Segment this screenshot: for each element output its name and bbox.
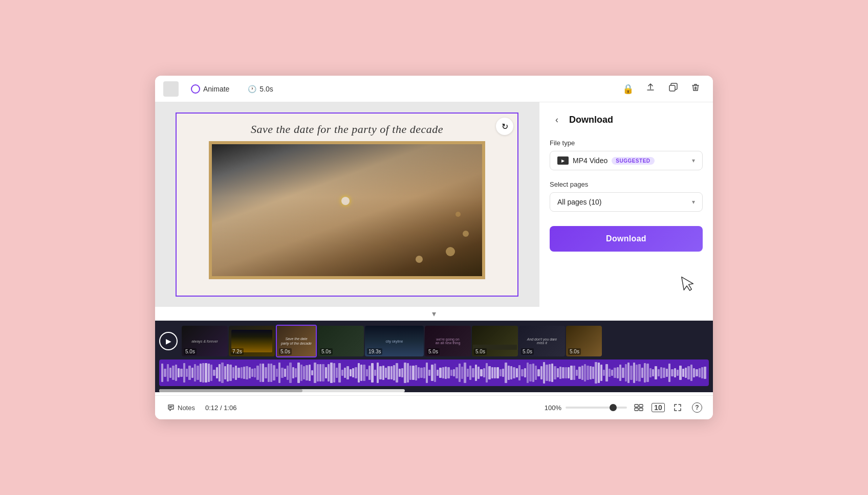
duration-label: 5.0s xyxy=(259,85,273,93)
canvas-area: Save the date for the party of the decad… xyxy=(155,102,539,307)
thumb-8-label: 5.0s xyxy=(521,348,534,355)
select-pages-select[interactable]: All pages (10) ▾ xyxy=(550,192,703,212)
top-bar-left: Animate 🕐 5.0s xyxy=(163,81,611,97)
time-total: 1:06 xyxy=(224,404,236,412)
share-icon xyxy=(646,83,655,95)
back-icon: ‹ xyxy=(555,115,558,125)
panel-header: ‹ Download xyxy=(550,112,703,127)
select-pages-select-left: All pages (10) xyxy=(557,198,601,206)
thumbnail-1[interactable]: always & forever 5.0s xyxy=(182,326,228,356)
file-type-select[interactable]: MP4 Video SUGGESTED ▾ xyxy=(550,151,703,170)
lock-icon: 🔒 xyxy=(622,83,634,95)
canvas-title: Save the date for the party of the decad… xyxy=(177,114,517,141)
animate-icon xyxy=(191,84,200,94)
trash-button[interactable] xyxy=(686,80,705,98)
grid-button[interactable] xyxy=(631,400,646,415)
notes-button[interactable]: Notes xyxy=(163,402,199,414)
play-icon: ▶ xyxy=(166,337,171,345)
thumbnail-6[interactable]: we're going onan all new thing 5.0s xyxy=(425,326,471,356)
play-button[interactable]: ▶ xyxy=(159,332,178,350)
lock-button[interactable]: 🔒 xyxy=(619,80,637,98)
svg-rect-0 xyxy=(669,85,675,91)
back-button[interactable]: ‹ xyxy=(550,112,564,127)
trash-icon xyxy=(691,83,700,95)
select-pages-label: Select pages xyxy=(550,181,703,188)
pages-count-icon: 10 xyxy=(652,403,665,412)
thumb-7-label: 5.0s xyxy=(474,348,487,355)
clock-icon: 🕐 xyxy=(248,85,256,93)
help-icon: ? xyxy=(692,402,702,413)
panel-title: Download xyxy=(569,115,613,125)
thumbnails-row: ▶ always & forever 5.0s 7.2s xyxy=(155,321,713,359)
waveform-container[interactable] xyxy=(159,359,709,386)
thumb-6-label: 5.0s xyxy=(427,348,440,355)
zoom-thumb[interactable] xyxy=(610,404,617,411)
file-type-label: File type xyxy=(550,139,703,147)
chevron-down-icon-2: ▾ xyxy=(692,198,695,206)
animate-label: Animate xyxy=(203,85,229,93)
chevron-down-indicator: ▾ xyxy=(432,309,436,319)
canvas-frame: Save the date for the party of the decad… xyxy=(176,112,518,297)
thumb-4-label: 5.0s xyxy=(320,348,333,355)
download-button[interactable]: Download xyxy=(550,226,703,252)
refresh-icon: ↻ xyxy=(502,122,508,131)
svg-rect-2 xyxy=(639,404,643,407)
notes-label: Notes xyxy=(178,404,195,412)
copy-icon xyxy=(668,83,678,95)
zoom-slider[interactable] xyxy=(566,407,627,409)
mp4-icon xyxy=(557,156,569,165)
time-display: 0:12 / 1:06 xyxy=(205,404,236,412)
select-pages-value: All pages (10) xyxy=(557,198,601,206)
copy-button[interactable] xyxy=(664,80,682,98)
thumbnail-2[interactable]: 7.2s xyxy=(229,326,275,356)
suggested-badge: SUGGESTED xyxy=(612,157,654,165)
thumb-2-label: 7.2s xyxy=(231,348,244,355)
photo-hands xyxy=(212,144,482,276)
refresh-button[interactable]: ↻ xyxy=(496,118,513,135)
svg-rect-4 xyxy=(639,408,643,411)
thumb-3-label: 5.0s xyxy=(279,348,292,355)
thumb-1-label: 5.0s xyxy=(184,348,197,355)
waveform-bars xyxy=(159,359,709,386)
chevron-down-icon: ▾ xyxy=(692,157,695,164)
app-container: Animate 🕐 5.0s 🔒 xyxy=(155,76,713,419)
animate-button[interactable]: Animate xyxy=(185,81,235,97)
thumbnail-5[interactable]: city skyline 19.3s xyxy=(365,326,424,356)
thumbnail-8[interactable]: And don't you daremiss it 5.0s xyxy=(519,326,565,356)
design-thumbnail xyxy=(163,81,179,97)
canvas-photo xyxy=(209,141,485,279)
time-current: 0:12 xyxy=(205,404,218,412)
share-button[interactable] xyxy=(641,80,660,98)
timeline-scroll-thumb[interactable] xyxy=(159,389,302,392)
zoom-percent: 100% xyxy=(545,404,561,412)
timeline-wrapper: ▶ always & forever 5.0s 7.2s xyxy=(155,321,713,392)
cursor-overlay xyxy=(680,274,699,298)
thumb-9-label: 5.0s xyxy=(568,348,581,355)
notes-icon xyxy=(167,404,175,411)
thumbnail-3-active[interactable]: Save the dateparty of the decade 5.0s xyxy=(276,325,317,357)
file-type-select-left: MP4 Video SUGGESTED xyxy=(557,156,655,165)
duration-button[interactable]: 🕐 5.0s xyxy=(242,82,279,96)
svg-rect-1 xyxy=(635,404,638,407)
photo-overlay xyxy=(212,144,482,276)
top-bar: Animate 🕐 5.0s 🔒 xyxy=(155,76,713,102)
download-panel: ‹ Download File type MP4 Video SUGGESTED… xyxy=(539,102,713,307)
thumbnail-7[interactable]: 5.0s xyxy=(472,326,518,356)
collapse-indicator[interactable]: ▾ xyxy=(155,307,713,321)
thumbnail-4[interactable]: 5.0s xyxy=(318,326,364,356)
fullscreen-button[interactable] xyxy=(670,400,685,415)
pages-count-button[interactable]: 10 xyxy=(650,400,666,415)
timeline-scrollbar[interactable] xyxy=(159,389,405,392)
bottom-controls: Notes 0:12 / 1:06 100% 10 xyxy=(155,395,713,419)
svg-rect-3 xyxy=(635,408,638,411)
file-type-value: MP4 Video xyxy=(573,156,607,165)
thumbnail-9[interactable]: 5.0s xyxy=(566,326,602,356)
help-button[interactable]: ? xyxy=(689,400,705,415)
main-area: Save the date for the party of the decad… xyxy=(155,102,713,307)
zoom-section: 100% 10 ? xyxy=(545,400,705,415)
top-bar-right: 🔒 xyxy=(619,80,705,98)
thumb-5-label: 19.3s xyxy=(367,348,382,355)
